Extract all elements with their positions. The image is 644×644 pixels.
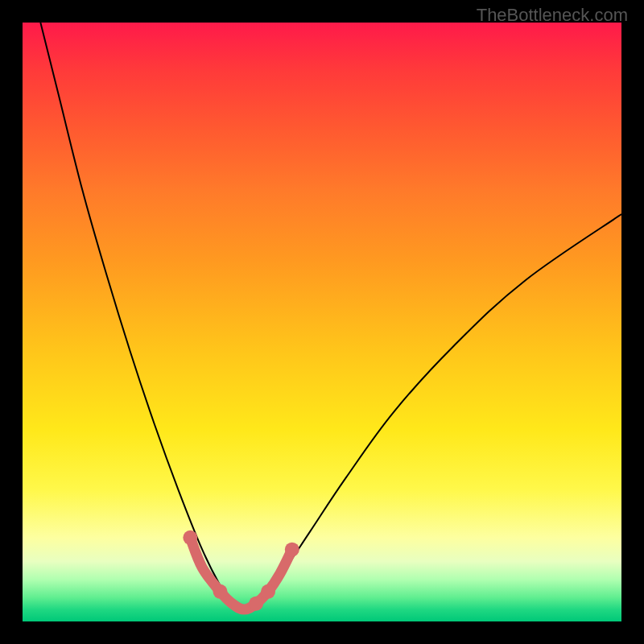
optimal-region-stroke <box>190 538 291 609</box>
bottleneck-curve-svg <box>23 23 621 621</box>
optimal-marker-dot <box>213 584 228 599</box>
plot-area <box>23 23 621 621</box>
optimal-marker-dot <box>285 543 299 557</box>
optimal-marker-dot <box>183 530 197 545</box>
optimal-marker-dot <box>261 584 275 599</box>
optimal-marker-dot <box>249 597 263 611</box>
bottleneck-curve <box>40 23 621 609</box>
watermark-text: TheBottleneck.com <box>477 5 628 26</box>
